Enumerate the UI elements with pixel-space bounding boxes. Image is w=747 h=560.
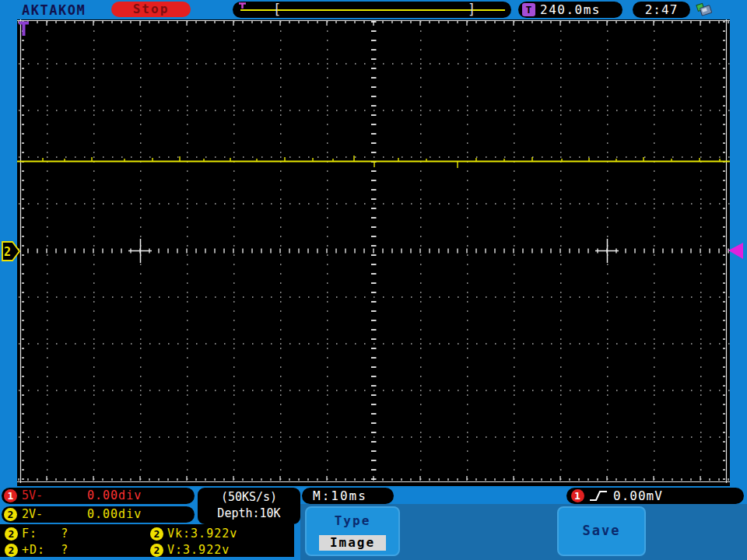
window-left-bracket: [ xyxy=(273,2,281,18)
ch2-position: 0.00div xyxy=(87,506,142,523)
measurement-channel-badge: 2 xyxy=(150,544,163,557)
ch2-scale: 2V- xyxy=(22,506,43,523)
trigger-position-bar: [ ] xyxy=(233,2,511,18)
trigger-source-badge: 1 xyxy=(571,489,584,502)
sample-rate-value: (50KS/s) xyxy=(198,490,300,504)
trigger-level-arrow-icon xyxy=(728,243,743,259)
memory-depth-value: Depth:10K xyxy=(198,506,300,520)
ch1-position: 0.00div xyxy=(87,488,142,504)
measurement-value: +D: ? xyxy=(22,542,68,558)
clock-readout: 2:47 xyxy=(633,2,690,18)
measurement-item-vk: 2 Vk:3.922v xyxy=(150,526,290,542)
measurement-item-frequency: 2 F: ? xyxy=(5,526,145,542)
measurement-channel-badge: 2 xyxy=(5,527,18,541)
save-button[interactable]: Save xyxy=(557,506,646,556)
waveform-display: 2 xyxy=(0,0,747,560)
timebase-value: M:10ms xyxy=(313,488,367,504)
trigger-position-marker-icon xyxy=(237,2,248,9)
run-status-badge: Stop xyxy=(111,2,191,17)
timebase-readout: M:10ms xyxy=(302,488,394,504)
clock-value: 2:47 xyxy=(645,2,679,17)
trigger-level-readout: 1 0.00mV xyxy=(566,488,744,504)
measurement-item-duty: 2 +D: ? xyxy=(5,542,145,558)
measurement-value: F: ? xyxy=(22,526,68,542)
trigger-level-value: 0.00mV xyxy=(613,488,663,504)
rising-edge-icon xyxy=(588,488,610,503)
measurement-item-v: 2 V:3.922v xyxy=(150,542,290,558)
ch2-level-marker-label: 2 xyxy=(4,245,11,259)
trigger-delay-value: 240.0ms xyxy=(540,2,601,18)
measurement-value: V:3.922v xyxy=(167,542,230,558)
measurement-channel-badge: 2 xyxy=(150,527,163,541)
brand-logo: AKTAKOM xyxy=(22,2,86,18)
type-menu-item[interactable]: Type Image xyxy=(305,506,400,556)
ch2-readout: 2 2V- 0.00div xyxy=(2,506,195,523)
ch1-scale: 5V- xyxy=(22,488,43,504)
ch2-badge: 2 xyxy=(4,508,17,521)
acquisition-readout: (50KS/s) Depth:10K xyxy=(198,488,300,524)
measurement-channel-badge: 2 xyxy=(5,544,18,557)
oscilloscope-display: 2 AKTAKOM Stop [ ] T 240.0ms 2:47 1 5V- … xyxy=(0,0,747,560)
window-right-bracket: ] xyxy=(468,2,475,18)
measurement-value: Vk:3.922v xyxy=(167,526,237,542)
trigger-delay-readout: T 240.0ms xyxy=(518,2,622,18)
ch1-readout: 1 5V- 0.00div xyxy=(2,488,195,504)
type-menu-label: Type xyxy=(307,513,398,528)
ch1-badge: 1 xyxy=(4,489,17,502)
measurements-panel: 2 F: ? 2 Vk:3.922v 2 +D: ? 2 V:3.922v xyxy=(0,524,294,557)
run-status-label: Stop xyxy=(133,2,170,16)
type-menu-selected-value[interactable]: Image xyxy=(319,535,386,551)
usb-disk-icon xyxy=(695,1,714,18)
trigger-t-icon: T xyxy=(522,3,535,16)
